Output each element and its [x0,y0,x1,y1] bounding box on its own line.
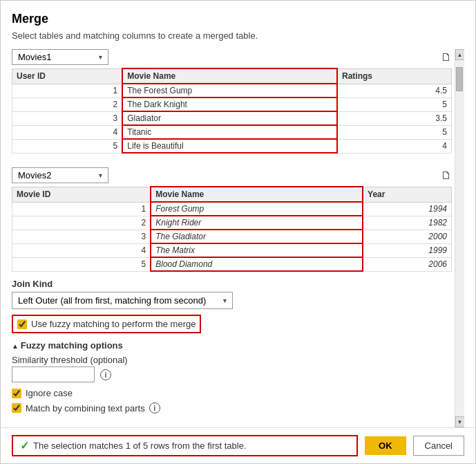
cell: 5 [337,125,451,139]
ignore-case-row: Ignore case [12,388,452,398]
cell: 1982 [363,216,451,230]
table2-col-year[interactable]: Year [363,187,451,202]
scroll-thumb[interactable] [456,67,463,91]
cell-highlighted[interactable]: Blood Diamond [151,257,363,271]
combine-text-row: Match by combining text parts i [12,402,452,414]
table1-data-table: User ID Movie Name Ratings 1 The Forest … [12,68,452,154]
cell: 1999 [363,243,451,257]
similarity-info-icon[interactable]: i [100,369,111,380]
cell: 5 [12,139,123,153]
scrollbar: ▲ ▼ [455,49,464,427]
cell-highlighted[interactable]: The Matrix [151,243,363,257]
ok-button[interactable]: OK [365,436,406,455]
table2-dropdown[interactable]: Movies2 [12,167,108,183]
cell: 3.5 [337,111,451,125]
cell: 3 [12,111,123,125]
cell: 4 [12,125,123,139]
cell: 5 [12,257,151,271]
similarity-input[interactable] [12,366,95,382]
status-text: The selection matches 1 of 5 rows from t… [33,440,247,451]
cell: 1 [12,202,151,216]
cell-highlighted[interactable]: The Forest Gump [122,84,337,98]
fuzzy-checkbox-text: Use fuzzy matching to perform the merge [31,319,196,329]
join-kind-label: Join Kind [12,279,452,289]
table-row[interactable]: 5 Blood Diamond 2006 [12,257,452,271]
table-row[interactable]: 4 The Matrix 1999 [12,243,452,257]
table1-col-userid[interactable]: User ID [12,68,123,84]
join-kind-section: Join Kind Left Outer (all from first, ma… [12,279,452,309]
table2-col-moviename[interactable]: Movie Name [151,187,363,202]
cell-highlighted[interactable]: The Gladiator [151,230,363,243]
table1-section: Movies1 🗋 User ID Movie Name Ratings [12,49,452,154]
cancel-button[interactable]: Cancel [413,436,464,456]
similarity-label: Similarity threshold (optional) [12,355,452,365]
cell-highlighted[interactable]: Forest Gump [151,202,363,216]
table-row[interactable]: 4 Titanic 5 [12,125,452,139]
table-row[interactable]: 3 The Gladiator 2000 [12,230,452,243]
main-scroll-area: Movies1 🗋 User ID Movie Name Ratings [12,49,455,427]
table1-dropdown-wrapper[interactable]: Movies1 [12,49,108,65]
cell-highlighted[interactable]: Titanic [122,125,337,139]
merge-dialog: Merge Select tables and matching columns… [0,0,476,464]
cell-highlighted[interactable]: Life is Beautiful [122,139,337,153]
cell: 1994 [363,202,451,216]
table1-file-icon[interactable]: 🗋 [441,51,452,64]
fuzzy-checkbox-container: Use fuzzy matching to perform the merge [12,315,452,336]
combine-text-checkbox[interactable] [12,403,21,413]
fuzzy-options-title: Fuzzy matching options [12,340,452,351]
table1-col-ratings[interactable]: Ratings [337,68,451,84]
table-row[interactable]: 1 The Forest Gump 4.5 [12,84,452,98]
ignore-case-label: Ignore case [26,388,73,398]
table2-data-table: Movie ID Movie Name Year 1 Forest Gump 1… [12,186,452,272]
cell: 4 [337,139,451,153]
status-message: ✓ The selection matches 1 of 5 rows from… [12,435,358,456]
table-row[interactable]: 1 Forest Gump 1994 [12,202,452,216]
scroll-track [455,60,465,416]
cell: 2006 [363,257,451,271]
table-row[interactable]: 3 Gladiator 3.5 [12,111,452,125]
cell: 2000 [363,230,451,243]
cell-highlighted[interactable]: The Dark Knight [122,98,337,111]
status-check-icon: ✓ [20,439,29,452]
combine-text-label: Match by combining text parts [26,403,145,414]
table-row[interactable]: 2 The Dark Knight 5 [12,98,452,111]
table2-file-icon[interactable]: 🗋 [441,169,452,182]
fuzzy-options-section: Fuzzy matching options Similarity thresh… [12,340,452,414]
dialog-title: Merge [12,12,464,26]
dialog-subtitle: Select tables and matching columns to cr… [12,30,464,41]
table2-section: Movies2 🗋 Movie ID Movie Name Year [12,167,452,272]
combine-text-info-icon[interactable]: i [149,402,160,414]
cell: 1 [12,84,123,98]
join-kind-dropdown-wrapper[interactable]: Left Outer (all from first, matching fro… [12,292,233,309]
scroll-up-button[interactable]: ▲ [455,49,465,60]
scroll-down-button[interactable]: ▼ [455,416,465,427]
join-kind-dropdown[interactable]: Left Outer (all from first, matching fro… [12,292,233,309]
cell-highlighted[interactable]: Gladiator [122,111,337,125]
cell-highlighted[interactable]: Knight Rider [151,216,363,230]
cell: 3 [12,230,151,243]
table2-col-movieid[interactable]: Movie ID [12,187,151,202]
cell: 2 [12,98,123,111]
fuzzy-checkbox-label[interactable]: Use fuzzy matching to perform the merge [12,315,201,333]
cell: 4.5 [337,84,451,98]
table-row[interactable]: 2 Knight Rider 1982 [12,216,452,230]
dialog-footer: ✓ The selection matches 1 of 5 rows from… [1,427,475,463]
table1-dropdown[interactable]: Movies1 [12,49,108,65]
cell: 4 [12,243,151,257]
fuzzy-checkbox[interactable] [17,319,27,329]
cell: 2 [12,216,151,230]
ignore-case-checkbox[interactable] [12,389,21,398]
table2-dropdown-wrapper[interactable]: Movies2 [12,167,108,183]
table-row[interactable]: 5 Life is Beautiful 4 [12,139,452,153]
cell: 5 [337,98,451,111]
table1-col-moviename[interactable]: Movie Name [122,68,337,84]
